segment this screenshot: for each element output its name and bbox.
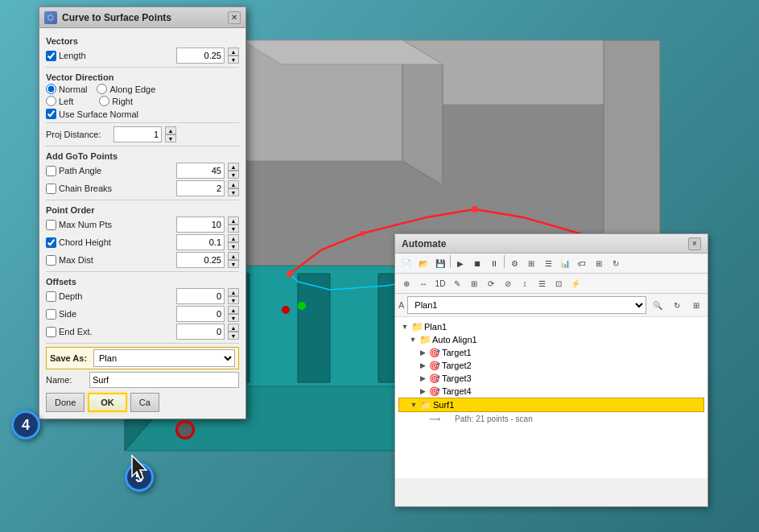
auto-align1-expander[interactable]: ▼ — [408, 335, 418, 344]
depth-spinner[interactable]: ▲ ▼ — [228, 288, 239, 304]
done-button[interactable]: Done — [46, 393, 85, 412]
max-num-pts-input[interactable] — [176, 217, 225, 233]
automate-tb2-3[interactable]: 1D — [432, 275, 448, 291]
radio-left-label[interactable]: Left — [46, 96, 73, 106]
automate-tb-open[interactable]: 📂 — [415, 255, 431, 271]
depth-input[interactable] — [176, 288, 225, 304]
end-ext-checkbox-label[interactable]: End Ext. — [46, 327, 173, 337]
side-checkbox-label[interactable]: Side — [46, 309, 173, 320]
max-num-pts-spin-up[interactable]: ▲ — [228, 217, 239, 225]
path-angle-checkbox-label[interactable]: Path Angle — [46, 166, 173, 176]
automate-tb2-8[interactable]: ↕ — [517, 275, 533, 291]
automate-tb2-9[interactable]: ☰ — [534, 275, 550, 291]
radio-right[interactable] — [99, 96, 109, 106]
radio-along-edge[interactable] — [97, 84, 107, 94]
radio-normal[interactable] — [46, 84, 56, 94]
close-button[interactable]: ✕ — [228, 11, 241, 24]
radio-normal-label[interactable]: Normal — [46, 84, 87, 94]
tree-item-target3[interactable]: ▶ 🎯 Target3 — [398, 372, 704, 385]
chain-breaks-spinner[interactable]: ▲ ▼ — [228, 180, 239, 196]
length-checkbox-label[interactable]: Length — [46, 51, 173, 61]
depth-spin-up[interactable]: ▲ — [228, 288, 239, 296]
end-ext-spin-up[interactable]: ▲ — [228, 324, 239, 332]
proj-distance-input[interactable] — [113, 126, 162, 142]
automate-tb2-10[interactable]: ⊡ — [551, 275, 567, 291]
automate-tb2-2[interactable]: ↔ — [415, 275, 431, 291]
side-spin-down[interactable]: ▼ — [228, 314, 239, 322]
automate-tb-align[interactable]: ⊞ — [523, 255, 539, 271]
chord-height-checkbox[interactable] — [46, 237, 56, 248]
chord-height-spin-down[interactable]: ▼ — [228, 242, 239, 250]
chord-height-input[interactable] — [176, 234, 225, 250]
chain-breaks-input[interactable] — [176, 180, 225, 196]
automate-tree[interactable]: ▼ 📁 Plan1 ▼ 📁 Auto Align1 ▶ 🎯 Target1 ▶ … — [395, 317, 707, 478]
tree-item-surf1-path[interactable]: ▶ ⟿ Path: 21 points - scan — [398, 412, 704, 425]
max-dist-checkbox[interactable] — [46, 255, 56, 266]
chain-breaks-checkbox[interactable] — [46, 184, 56, 194]
target3-expander[interactable]: ▶ — [418, 373, 427, 383]
automate-tb-chart[interactable]: 📊 — [557, 255, 573, 271]
path-angle-spin-up[interactable]: ▲ — [228, 163, 239, 171]
max-dist-checkbox-label[interactable]: Max Dist — [46, 255, 173, 266]
radio-along-edge-label[interactable]: Along Edge — [97, 84, 155, 94]
side-spin-up[interactable]: ▲ — [228, 306, 239, 314]
proj-distance-spinner[interactable]: ▲ ▼ — [165, 126, 176, 142]
tree-item-auto-align1[interactable]: ▼ 📁 Auto Align1 — [398, 333, 704, 346]
radio-left[interactable] — [46, 96, 56, 106]
automate-tb-stop[interactable]: ⏹ — [469, 255, 485, 271]
max-dist-spinner[interactable]: ▲ ▼ — [228, 252, 239, 268]
side-spinner[interactable]: ▲ ▼ — [228, 306, 239, 322]
name-input[interactable] — [89, 372, 239, 388]
path-angle-spin-down[interactable]: ▼ — [228, 171, 239, 179]
chain-breaks-checkbox-label[interactable]: Chain Breaks — [46, 184, 173, 194]
proj-distance-spin-up[interactable]: ▲ — [165, 126, 176, 134]
plan1-expander[interactable]: ▼ — [400, 322, 410, 332]
depth-spin-down[interactable]: ▼ — [228, 296, 239, 304]
automate-tb-run[interactable]: ▶ — [452, 255, 468, 271]
automate-search-btn[interactable]: 🔍 — [650, 297, 666, 313]
automate-tb-settings[interactable]: ⚙ — [506, 255, 522, 271]
max-dist-input[interactable] — [176, 252, 225, 268]
max-dist-spin-down[interactable]: ▼ — [228, 260, 239, 268]
automate-tb-pause[interactable]: ⏸ — [486, 255, 502, 271]
automate-config-btn[interactable]: ⊞ — [688, 297, 704, 313]
automate-tb2-7[interactable]: ⊘ — [500, 275, 516, 291]
tree-item-target4[interactable]: ▶ 🎯 Target4 — [398, 385, 704, 398]
chord-height-spin-up[interactable]: ▲ — [228, 234, 239, 242]
end-ext-input[interactable] — [176, 324, 225, 340]
radio-right-label[interactable]: Right — [99, 96, 133, 106]
cancel-button[interactable]: Ca — [130, 393, 159, 412]
path-angle-spinner[interactable]: ▲ ▼ — [228, 163, 239, 179]
automate-tb-rotate[interactable]: ↻ — [608, 255, 624, 271]
automate-refresh-btn[interactable]: ↻ — [669, 297, 685, 313]
side-checkbox[interactable] — [46, 309, 56, 320]
depth-checkbox-label[interactable]: Depth — [46, 291, 173, 302]
automate-tb-tag[interactable]: 🏷 — [574, 255, 590, 271]
length-checkbox[interactable] — [46, 51, 56, 61]
max-dist-spin-up[interactable]: ▲ — [228, 252, 239, 260]
tree-item-plan1[interactable]: ▼ 📁 Plan1 — [398, 320, 704, 333]
length-spinner[interactable]: ▲ ▼ — [228, 47, 239, 64]
automate-tb-save[interactable]: 💾 — [432, 255, 448, 271]
tree-item-surf1[interactable]: ▼ 📁 Surf1 — [398, 398, 704, 412]
automate-tb2-11[interactable]: ⚡ — [567, 275, 584, 291]
chain-breaks-spin-down[interactable]: ▼ — [228, 188, 239, 196]
target4-expander[interactable]: ▶ — [418, 386, 427, 396]
length-input[interactable] — [176, 47, 225, 64]
length-spin-down[interactable]: ▼ — [228, 56, 239, 64]
automate-tb2-6[interactable]: ⟳ — [483, 275, 499, 291]
end-ext-spin-down[interactable]: ▼ — [228, 332, 239, 340]
ok-button[interactable]: OK — [88, 393, 127, 412]
max-num-pts-checkbox-label[interactable]: Max Num Pts — [46, 220, 173, 230]
target1-expander[interactable]: ▶ — [418, 348, 427, 357]
end-ext-checkbox[interactable] — [46, 327, 56, 337]
automate-plan-select[interactable]: Plan1 Plan2 — [407, 296, 646, 314]
depth-checkbox[interactable] — [46, 291, 56, 302]
path-angle-input[interactable] — [176, 163, 225, 179]
automate-tb2-5[interactable]: ⊞ — [466, 275, 482, 291]
chain-breaks-spin-up[interactable]: ▲ — [228, 180, 239, 188]
target2-expander[interactable]: ▶ — [418, 361, 427, 370]
chord-height-spinner[interactable]: ▲ ▼ — [228, 234, 239, 250]
tree-item-target1[interactable]: ▶ 🎯 Target1 — [398, 346, 704, 359]
max-num-pts-spin-down[interactable]: ▼ — [228, 225, 239, 233]
